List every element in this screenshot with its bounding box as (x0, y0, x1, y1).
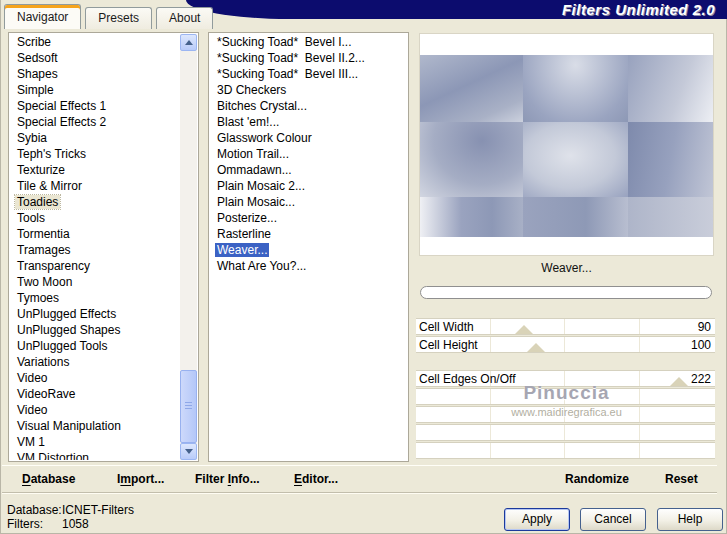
category-item-label: Texturize (15, 163, 67, 177)
slider-label: Cell Height (419, 338, 478, 353)
up-arrow-icon (185, 40, 193, 45)
title-bar: Filters Unlimited 2.0 (186, 0, 727, 19)
filters-unlimited-dialog: Filters Unlimited 2.0 Navigator Presets … (0, 0, 727, 534)
filter-item[interactable]: Plain Mosaic... (211, 194, 406, 210)
filter-item[interactable]: *Sucking Toad* Bevel II.2... (211, 50, 406, 66)
category-item[interactable]: Transparency (11, 258, 180, 274)
filter-item[interactable]: Plain Mosaic 2... (211, 178, 406, 194)
category-item[interactable]: Visual Manipulation (11, 418, 180, 434)
cancel-button[interactable]: Cancel (580, 508, 646, 531)
filter-item[interactable]: Rasterline (211, 226, 406, 242)
category-item[interactable]: Simple (11, 82, 180, 98)
category-item[interactable]: VM 1 (11, 434, 180, 450)
category-item[interactable]: VideoRave (11, 386, 180, 402)
randomize-button[interactable]: Randomize (565, 472, 629, 486)
filter-item[interactable]: Bitches Crystal... (211, 98, 406, 114)
preview-image (420, 55, 713, 237)
category-item[interactable]: UnPlugged Tools (11, 338, 180, 354)
category-item-label: Tormentia (15, 227, 72, 241)
filter-item[interactable]: 3D Checkers (211, 82, 406, 98)
tab-about[interactable]: About (156, 7, 213, 29)
category-item[interactable]: Variations (11, 354, 180, 370)
toolbar: Database Import... Filter Info... Editor… (2, 465, 717, 493)
category-item[interactable]: Shapes (11, 66, 180, 82)
category-item[interactable]: Sedsoft (11, 50, 180, 66)
category-listbox: ScribeSedsoftShapesSimpleSpecial Effects… (8, 32, 199, 462)
category-item[interactable]: Tools (11, 210, 180, 226)
tab-presets[interactable]: Presets (85, 7, 152, 29)
category-item-label: Tools (15, 211, 47, 225)
category-item[interactable]: Scribe (11, 34, 180, 50)
category-item-label: VM Distortion (15, 451, 91, 460)
filter-item-label: Motion Trail... (215, 147, 291, 161)
filter-item-label: What Are You?... (215, 259, 308, 273)
filter-item[interactable]: Ommadawn... (211, 162, 406, 178)
slider-handle-icon[interactable] (670, 377, 688, 386)
category-item[interactable]: Video (11, 402, 180, 418)
filter-item[interactable]: Posterize... (211, 210, 406, 226)
scroll-up-button[interactable] (180, 34, 197, 51)
category-item[interactable]: Texturize (11, 162, 180, 178)
scroll-down-button[interactable] (180, 443, 197, 460)
filter-item[interactable]: Glasswork Colour (211, 130, 406, 146)
scrollbar-track[interactable] (180, 51, 197, 443)
slider-value: 90 (698, 320, 711, 335)
category-item-label: Shapes (15, 67, 60, 81)
category-item[interactable]: Special Effects 1 (11, 98, 180, 114)
category-item[interactable]: UnPlugged Shapes (11, 322, 180, 338)
category-item[interactable]: UnPlugged Effects (11, 306, 180, 322)
slider-value: 100 (691, 338, 711, 353)
category-item-label: UnPlugged Shapes (15, 323, 122, 337)
down-arrow-icon (185, 449, 193, 454)
category-item[interactable]: Tymoes (11, 290, 180, 306)
filter-item-label: Posterize... (215, 211, 279, 225)
tab-navigator[interactable]: Navigator (4, 4, 81, 29)
slider-handle-icon[interactable] (527, 343, 545, 352)
category-item[interactable]: Sybia (11, 130, 180, 146)
category-item-label: Video (15, 371, 49, 385)
import-button[interactable]: Import... (117, 472, 164, 486)
slider-cell-width[interactable]: Cell Width90 (416, 318, 715, 335)
category-item[interactable]: Teph's Tricks (11, 146, 180, 162)
editor-button[interactable]: Editor... (294, 472, 338, 486)
slider-cell-edges-on-off[interactable]: Cell Edges On/Off222 (416, 370, 715, 387)
apply-button[interactable]: Apply (504, 508, 570, 531)
filter-item[interactable]: Weaver... (211, 242, 406, 258)
filter-item[interactable]: Motion Trail... (211, 146, 406, 162)
category-item-label: Video (15, 403, 49, 417)
slider-cell-height[interactable]: Cell Height100 (416, 336, 715, 353)
filter-item[interactable]: What Are You?... (211, 258, 406, 274)
filter-item[interactable]: *Sucking Toad* Bevel I... (211, 34, 406, 50)
category-item[interactable]: Toadies (11, 194, 180, 210)
filters-count-value: 1058 (62, 517, 89, 531)
slider-handle-icon[interactable] (515, 325, 533, 334)
database-button[interactable]: Database (22, 472, 75, 486)
category-item-label: Tile & Mirror (15, 179, 84, 193)
category-item-label: Teph's Tricks (15, 147, 88, 161)
empty-slider-row (416, 388, 715, 405)
category-item[interactable]: Two Moon (11, 274, 180, 290)
category-item[interactable]: Video (11, 370, 180, 386)
filter-item-label: Ommadawn... (215, 163, 294, 177)
filter-item-label: *Sucking Toad* Bevel I... (215, 35, 354, 49)
category-item[interactable]: Special Effects 2 (11, 114, 180, 130)
reset-button[interactable]: Reset (665, 472, 698, 486)
category-item-label: Variations (15, 355, 71, 369)
filter-item[interactable]: Blast 'em!... (211, 114, 406, 130)
slider-label: Cell Edges On/Off (419, 372, 516, 387)
category-item-label: Transparency (15, 259, 92, 273)
filter-item[interactable]: *Sucking Toad* Bevel III... (211, 66, 406, 82)
database-status-label: Database: (7, 503, 62, 517)
slider-value: 222 (691, 372, 711, 387)
category-item-label: UnPlugged Tools (15, 339, 110, 353)
category-item[interactable]: Tile & Mirror (11, 178, 180, 194)
category-item[interactable]: Tormentia (11, 226, 180, 242)
category-item[interactable]: Tramages (11, 242, 180, 258)
filter-info-button[interactable]: Filter Info... (195, 472, 260, 486)
selected-filter-caption: Weaver... (416, 261, 717, 275)
category-item-label: Toadies (15, 195, 60, 209)
scrollbar-thumb[interactable] (180, 370, 197, 443)
category-item-label: VideoRave (15, 387, 78, 401)
help-button[interactable]: Help (657, 508, 723, 531)
category-item[interactable]: VM Distortion (11, 450, 180, 460)
